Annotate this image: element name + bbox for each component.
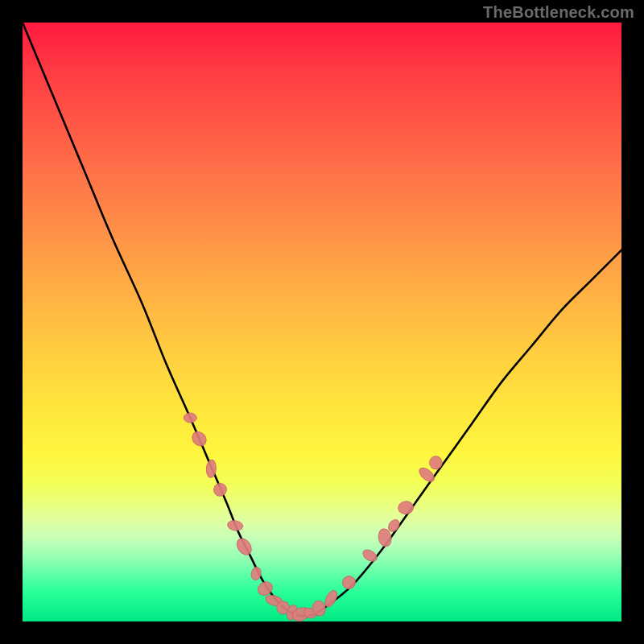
chart-markers-group [184,413,442,621]
chart-marker [211,481,229,498]
chart-marker [341,575,357,590]
chart-frame: TheBottleneck.com [0,0,644,644]
chart-marker [398,501,415,515]
chart-curve [23,23,621,616]
chart-marker [227,520,243,532]
chart-overlay-svg [23,23,621,621]
chart-marker [250,566,262,580]
chart-marker [361,547,378,564]
chart-marker [429,456,442,469]
chart-marker [234,536,254,558]
watermark-text: TheBottleneck.com [483,3,634,22]
chart-marker [189,429,208,449]
chart-marker [184,413,196,423]
